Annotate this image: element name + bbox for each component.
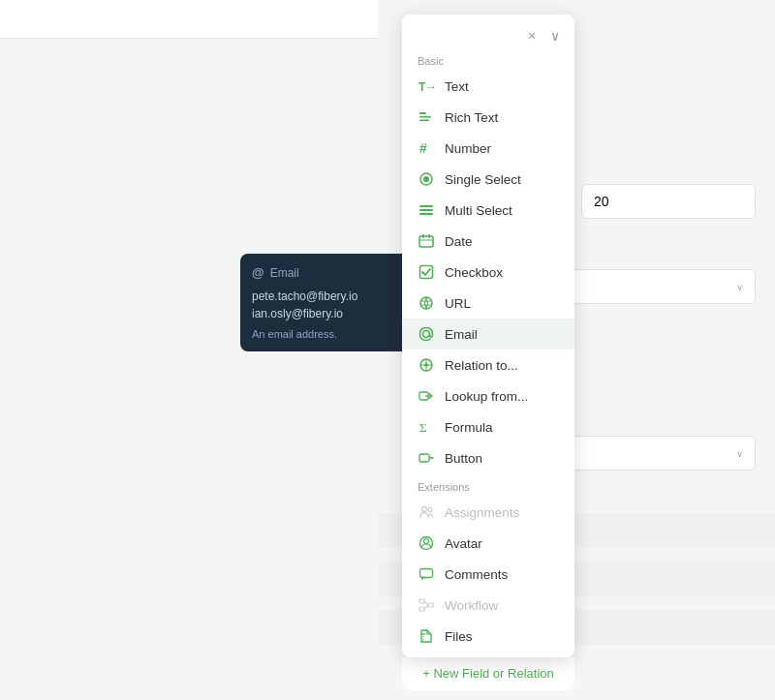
avatar-icon bbox=[418, 534, 435, 552]
menu-item-comments-label: Comments bbox=[445, 567, 508, 582]
menu-item-files[interactable]: Files bbox=[402, 621, 574, 652]
lookup-icon bbox=[418, 387, 435, 405]
email-icon: @ bbox=[252, 265, 264, 280]
svg-rect-34 bbox=[419, 599, 424, 603]
dropdown-1[interactable]: ∨ bbox=[542, 269, 756, 304]
svg-point-30 bbox=[428, 508, 432, 512]
menu-item-avatar[interactable]: Avatar bbox=[402, 528, 574, 559]
menu-item-date[interactable]: Date bbox=[402, 226, 574, 257]
menu-item-date-label: Date bbox=[445, 234, 473, 249]
dropdown-2[interactable]: ∨ bbox=[542, 436, 756, 471]
comments-icon bbox=[418, 565, 435, 583]
svg-rect-35 bbox=[419, 607, 424, 611]
menu-item-avatar-label: Avatar bbox=[445, 536, 482, 551]
field-type-menu: × ∨ Basic T→ Text Rich Text # bbox=[402, 15, 574, 657]
number-icon: # bbox=[418, 139, 435, 157]
menu-item-email-label: Email bbox=[445, 327, 478, 342]
svg-point-29 bbox=[422, 507, 427, 512]
svg-rect-1 bbox=[419, 112, 426, 114]
svg-rect-2 bbox=[419, 116, 431, 118]
svg-line-38 bbox=[424, 605, 428, 609]
number-input[interactable]: 20 bbox=[581, 184, 756, 219]
menu-item-single-select-label: Single Select bbox=[445, 172, 521, 187]
menu-item-text-label: Text bbox=[445, 79, 469, 94]
tooltip-value-2: ian.osly@fibery.io bbox=[252, 307, 398, 320]
formula-icon: Σ bbox=[418, 418, 435, 436]
email-menu-icon bbox=[418, 325, 435, 343]
menu-item-formula-label: Formula bbox=[445, 420, 493, 435]
files-icon bbox=[418, 627, 435, 645]
menu-item-relation[interactable]: Relation to... bbox=[402, 350, 574, 380]
input-value: 20 bbox=[594, 194, 609, 209]
menu-item-checkbox[interactable]: Checkbox bbox=[402, 257, 574, 288]
close-button[interactable]: × bbox=[522, 26, 542, 46]
chevron-button[interactable]: ∨ bbox=[545, 26, 565, 46]
svg-point-6 bbox=[423, 176, 429, 182]
svg-point-15 bbox=[420, 297, 432, 309]
menu-item-relation-label: Relation to... bbox=[445, 358, 518, 373]
menu-item-button[interactable]: Button bbox=[402, 442, 574, 473]
section-basic-label: Basic bbox=[402, 47, 574, 71]
relation-icon bbox=[418, 356, 435, 374]
svg-rect-36 bbox=[428, 603, 433, 607]
top-white-panel bbox=[0, 0, 378, 39]
svg-text:Σ: Σ bbox=[419, 420, 427, 435]
menu-item-number[interactable]: # Number bbox=[402, 133, 574, 164]
section-extensions-label: Extensions bbox=[402, 473, 574, 497]
workflow-icon bbox=[418, 596, 435, 614]
menu-item-button-label: Button bbox=[445, 451, 482, 466]
email-tooltip-card: @ Email pete.tacho@fibery.io ian.osly@fi… bbox=[240, 254, 410, 351]
single-select-icon bbox=[418, 170, 435, 188]
tooltip-description: An email address. bbox=[252, 328, 398, 340]
multi-select-icon bbox=[418, 201, 435, 219]
menu-item-assignments-label: Assignments bbox=[445, 505, 519, 520]
menu-item-formula[interactable]: Σ Formula bbox=[402, 411, 574, 442]
menu-item-files-label: Files bbox=[445, 629, 473, 644]
tooltip-value-1: pete.tacho@fibery.io bbox=[252, 289, 398, 303]
svg-point-32 bbox=[424, 539, 429, 544]
svg-rect-33 bbox=[420, 569, 433, 578]
svg-text:#: # bbox=[419, 140, 427, 156]
new-field-label: + New Field or Relation bbox=[422, 666, 553, 681]
menu-item-lookup[interactable]: Lookup from... bbox=[402, 380, 574, 411]
svg-rect-10 bbox=[419, 236, 433, 247]
menu-item-assignments: Assignments bbox=[402, 497, 574, 528]
button-icon bbox=[418, 449, 435, 467]
svg-rect-8 bbox=[419, 209, 433, 211]
menu-item-rich-text[interactable]: Rich Text bbox=[402, 102, 574, 133]
menu-item-checkbox-label: Checkbox bbox=[445, 265, 503, 280]
menu-item-multi-select-label: Multi Select bbox=[445, 203, 512, 218]
menu-item-url[interactable]: URL bbox=[402, 288, 574, 319]
assignments-icon bbox=[418, 503, 435, 521]
url-icon bbox=[418, 294, 435, 312]
menu-item-rich-text-label: Rich Text bbox=[445, 110, 498, 125]
tooltip-header-label: Email bbox=[270, 266, 299, 280]
date-icon bbox=[418, 232, 435, 250]
checkbox-icon bbox=[418, 263, 435, 281]
menu-item-text[interactable]: T→ Text bbox=[402, 71, 574, 102]
svg-line-37 bbox=[424, 601, 428, 605]
svg-point-20 bbox=[424, 363, 428, 367]
svg-rect-9 bbox=[419, 213, 433, 215]
menu-item-workflow-label: Workflow bbox=[445, 598, 498, 613]
chevron-down-icon-2: ∨ bbox=[736, 448, 743, 459]
svg-rect-7 bbox=[419, 205, 433, 207]
menu-item-url-label: URL bbox=[445, 296, 471, 311]
tooltip-header: @ Email bbox=[252, 265, 398, 280]
svg-point-18 bbox=[423, 331, 430, 338]
menu-item-email[interactable]: Email bbox=[402, 319, 574, 350]
menu-item-multi-select[interactable]: Multi Select bbox=[402, 195, 574, 226]
menu-header: × ∨ bbox=[402, 20, 574, 47]
menu-item-single-select[interactable]: Single Select bbox=[402, 164, 574, 195]
menu-item-workflow: Workflow bbox=[402, 590, 574, 621]
menu-item-number-label: Number bbox=[445, 141, 491, 156]
svg-rect-3 bbox=[419, 120, 429, 122]
svg-rect-28 bbox=[419, 454, 429, 462]
rich-text-icon bbox=[418, 108, 435, 126]
text-icon: T→ bbox=[418, 77, 435, 95]
menu-item-comments[interactable]: Comments bbox=[402, 559, 574, 590]
menu-item-lookup-label: Lookup from... bbox=[445, 389, 528, 404]
chevron-down-icon: ∨ bbox=[736, 282, 743, 292]
new-field-button[interactable]: + New Field or Relation bbox=[402, 655, 574, 690]
svg-text:T→: T→ bbox=[418, 80, 434, 94]
